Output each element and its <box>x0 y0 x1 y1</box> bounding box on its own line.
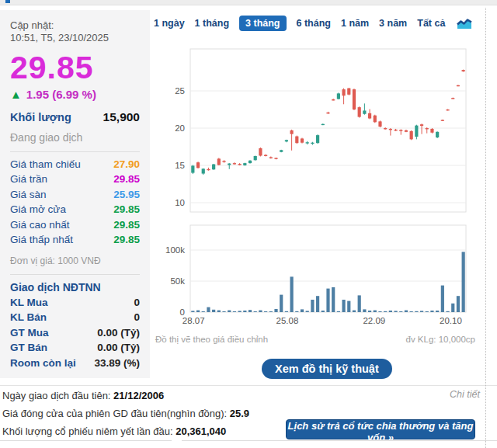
foreign-row-label: KL Bán <box>10 311 47 323</box>
volume-label: Khối lượng <box>10 111 71 123</box>
first-close-price-line: Giá đóng cửa của phiên GD đầu tiên(nghìn… <box>2 408 249 419</box>
price-table-row: Giá tham chiếu27.90 <box>10 158 140 174</box>
dividend-history-button[interactable]: Lịch sử trả cổ tức chia thưởng và tăng v… <box>286 419 475 439</box>
first-close-price-value: 25.9 <box>230 408 249 419</box>
tab-1-năm[interactable]: 1 năm <box>341 18 369 29</box>
price-table-row: Giá sàn25.95 <box>10 189 140 204</box>
svg-text:25.08: 25.08 <box>276 316 299 325</box>
foreign-row-value: 33.89 (%) <box>94 357 140 369</box>
svg-text:25: 25 <box>175 86 185 96</box>
current-price: 29.85 <box>10 51 140 85</box>
price-unit-note: Đơn vị giá: 1000 VNĐ <box>10 255 140 266</box>
svg-text:20.10: 20.10 <box>440 316 462 325</box>
price-row-label: Giá mở cửa <box>10 203 66 215</box>
updated-value: 10:51, T5, 23/10/2025 <box>10 32 140 44</box>
price-row-value: 25.95 <box>113 189 140 200</box>
price-row-label: Giá sàn <box>10 189 47 200</box>
svg-text:28.07: 28.07 <box>182 316 205 325</box>
tab-1-ngày[interactable]: 1 ngày <box>154 18 185 29</box>
first-trading-day-line: Ngày giao dịch đầu tiên: 21/12/2006 <box>2 390 164 401</box>
svg-text:20: 20 <box>175 123 185 133</box>
initial-listed-volume-line: Khối lượng cổ phiếu niêm yết lần đầu: 20… <box>2 425 226 437</box>
price-table-row: Giá mở cửa29.85 <box>10 203 140 219</box>
foreign-row-value: 0 <box>134 297 140 308</box>
tab-tất-cả[interactable]: Tất cả <box>417 18 445 29</box>
foreign-trade-row: KL Bán0 <box>10 311 140 327</box>
foreign-row-label: GT Bán <box>10 342 47 353</box>
tab-3-tháng[interactable]: 3 tháng <box>239 16 286 31</box>
price-table-row: Giá cao nhất29.85 <box>10 219 140 234</box>
foreign-row-label: GT Mua <box>10 327 49 339</box>
initial-listed-volume-label: Khối lượng cổ phiếu niêm yết lần đầu: <box>2 425 176 437</box>
price-change: 1.95 (6.99 %) <box>26 88 96 101</box>
foreign-row-value: 0.00 (Tỷ) <box>97 342 140 353</box>
price-row-label: Giá cao nhất <box>10 219 70 231</box>
foreign-trade-title: Giao dịch NĐTNN <box>10 281 140 297</box>
svg-text:10: 10 <box>175 198 185 207</box>
price-row-value: 29.85 <box>113 234 140 245</box>
first-trading-day-label: Ngày giao dịch đầu tiên: <box>2 390 113 401</box>
price-row-value: 27.90 <box>113 158 140 170</box>
foreign-row-label: KL Mua <box>10 297 48 308</box>
quote-sidebar: Cập nhật: 10:51, T5, 23/10/2025 29.85 ▲ … <box>0 10 150 378</box>
trading-status: Đang giao dịch <box>10 131 140 144</box>
price-table: Giá tham chiếu27.90Giá trần29.85Giá sàn2… <box>10 158 140 249</box>
divider <box>10 274 140 275</box>
volume-value: 15,900 <box>103 110 140 124</box>
foreign-row-value: 0.00 (Tỷ) <box>97 327 140 339</box>
svg-text:22.09: 22.09 <box>363 316 385 325</box>
area-chart-icon[interactable] <box>457 18 472 30</box>
stock-detail-screen: Cập nhật: 10:51, T5, 23/10/2025 29.85 ▲ … <box>0 0 497 448</box>
foreign-trade-row: KL Mua0 <box>10 297 140 312</box>
tab-3-năm[interactable]: 3 năm <box>379 18 407 29</box>
tab-6-tháng[interactable]: 6 tháng <box>297 18 331 29</box>
chart-volume-unit-note: đv KLg: 10,000cp <box>326 335 475 344</box>
divider <box>182 440 497 441</box>
svg-text:15: 15 <box>175 161 185 170</box>
price-table-row: Giá trần29.85 <box>10 173 140 189</box>
foreign-trade-row: GT Bán0.00 (Tỷ) <box>10 342 140 357</box>
divider <box>0 385 497 386</box>
divider <box>0 440 172 441</box>
foreign-trade-table: KL Mua0KL Bán0GT Mua0.00 (Tỷ)GT Bán0.00 … <box>10 297 140 373</box>
detail-link[interactable]: Chi tiết <box>450 389 480 400</box>
svg-text:100k: 100k <box>165 245 185 255</box>
price-table-row: Giá thấp nhất29.85 <box>10 234 140 249</box>
price-candlestick-chart[interactable]: 10152025 <box>155 47 475 217</box>
top-strip <box>0 0 497 5</box>
chart-adjusted-note: Đồ thị vẽ theo giá điều chỉnh <box>155 335 268 344</box>
initial-listed-volume-value: 20,361,040 <box>176 425 226 437</box>
price-row-label: Giá trần <box>10 173 47 185</box>
price-row-label: Giá thấp nhất <box>10 234 73 245</box>
period-tabs: 1 ngày1 tháng3 tháng6 tháng1 năm3 nămTất… <box>154 16 480 31</box>
foreign-row-label: Room còn lại <box>10 357 76 369</box>
price-row-value: 29.85 <box>113 203 140 215</box>
divider <box>10 151 140 152</box>
price-row-value: 29.85 <box>113 219 140 231</box>
price-row-label: Giá tham chiếu <box>10 158 81 170</box>
view-technical-chart-button[interactable]: Xem đồ thị kỹ thuật <box>262 359 392 379</box>
top-blue-marker <box>5 0 10 3</box>
vertical-dotted-separator <box>485 8 486 448</box>
first-trading-day-value: 21/12/2006 <box>113 390 164 401</box>
up-arrow-icon: ▲ <box>10 89 22 100</box>
foreign-row-value: 0 <box>134 311 140 323</box>
svg-text:50k: 50k <box>170 276 185 286</box>
tab-1-tháng[interactable]: 1 tháng <box>195 18 229 29</box>
first-close-price-label: Giá đóng cửa của phiên GD đầu tiên(nghìn… <box>2 408 230 419</box>
updated-label: Cập nhật: <box>10 19 140 32</box>
volume-bar-chart[interactable]: 050k100k28.0725.0822.0920.10 <box>155 221 475 330</box>
foreign-trade-row: GT Mua0.00 (Tỷ) <box>10 327 140 342</box>
foreign-trade-row: Room còn lại33.89 (%) <box>10 357 140 373</box>
price-row-value: 29.85 <box>113 173 140 185</box>
